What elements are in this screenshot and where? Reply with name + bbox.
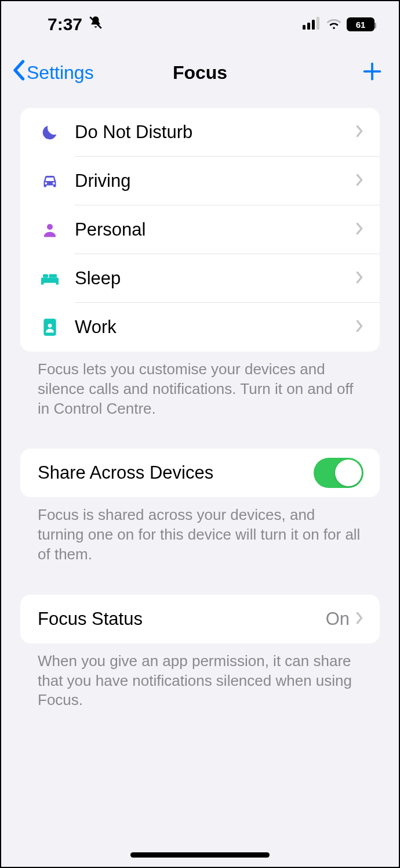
share-toggle[interactable] xyxy=(314,458,363,488)
focus-mode-personal[interactable]: Personal xyxy=(20,205,380,254)
focus-mode-driving[interactable]: Driving xyxy=(20,157,380,205)
cell-label: Do Not Disturb xyxy=(75,122,355,143)
share-footer: Focus is shared across your devices, and… xyxy=(20,497,380,564)
page-title: Focus xyxy=(173,62,227,84)
person-icon xyxy=(39,221,61,238)
cell-label: Personal xyxy=(75,219,355,240)
focus-mode-work[interactable]: Work xyxy=(20,303,380,352)
svg-point-12 xyxy=(48,324,52,328)
cell-label: Sleep xyxy=(75,268,355,289)
focus-mode-do-not-disturb[interactable]: Do Not Disturb xyxy=(20,108,380,157)
svg-point-5 xyxy=(47,224,53,230)
chevron-right-icon xyxy=(355,271,363,286)
svg-rect-3 xyxy=(312,20,315,30)
cell-label: Driving xyxy=(75,171,355,191)
svg-rect-1 xyxy=(303,25,306,30)
home-indicator[interactable] xyxy=(130,852,270,858)
focus-status-group: Focus Status On xyxy=(20,595,380,643)
cellular-signal-icon xyxy=(303,17,321,32)
badge-icon xyxy=(39,318,61,337)
status-right: 61 xyxy=(303,17,374,32)
cell-label: Work xyxy=(75,317,355,338)
cell-label: Focus Status xyxy=(38,609,326,630)
status-bar: 7:37 61 xyxy=(1,7,399,42)
cell-value: On xyxy=(326,609,350,630)
chevron-right-icon xyxy=(355,173,363,189)
status-time: 7:37 xyxy=(48,15,82,34)
svg-rect-2 xyxy=(307,23,310,30)
moon-icon xyxy=(39,122,61,142)
focus-mode-sleep[interactable]: Sleep xyxy=(20,254,380,303)
battery-level: 61 xyxy=(348,20,373,30)
share-across-devices-cell: Share Across Devices xyxy=(20,449,380,497)
silent-bell-icon xyxy=(88,15,103,34)
svg-rect-10 xyxy=(49,274,57,278)
svg-rect-4 xyxy=(317,17,319,30)
focus-modes-footer: Focus lets you customise your devices an… xyxy=(20,352,380,418)
chevron-right-icon xyxy=(355,320,363,335)
status-left: 7:37 xyxy=(48,15,103,34)
cell-label: Share Across Devices xyxy=(38,462,314,483)
focus-modes-group: Do Not Disturb Driving Personal Sleep xyxy=(20,108,380,352)
chevron-left-icon xyxy=(12,60,26,85)
chevron-right-icon xyxy=(355,222,363,237)
wifi-icon xyxy=(326,17,342,32)
bed-icon xyxy=(39,272,61,285)
back-label: Settings xyxy=(27,62,94,84)
car-icon xyxy=(39,172,61,190)
add-button[interactable] xyxy=(362,61,383,84)
chevron-right-icon xyxy=(355,125,363,140)
nav-bar: Settings Focus xyxy=(1,52,399,93)
battery-icon: 61 xyxy=(347,17,374,31)
share-group: Share Across Devices xyxy=(20,449,380,497)
back-button[interactable]: Settings xyxy=(12,60,94,85)
svg-rect-9 xyxy=(43,274,48,278)
focus-status-footer: When you give an app permission, it can … xyxy=(20,643,380,710)
svg-rect-7 xyxy=(41,282,44,285)
focus-status-cell[interactable]: Focus Status On xyxy=(20,595,380,643)
svg-rect-8 xyxy=(56,282,59,285)
chevron-right-icon xyxy=(355,612,363,627)
